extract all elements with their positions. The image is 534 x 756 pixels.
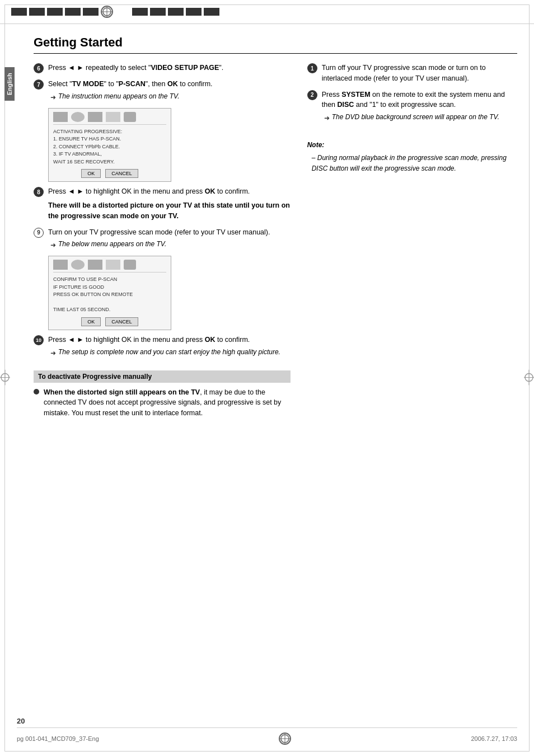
sidebar-language-label: English xyxy=(4,67,15,101)
page-border xyxy=(4,4,530,752)
bottom-bar: pg 001-041_MCD709_37-Eng 2006.7.27, 17:0… xyxy=(17,727,517,745)
right-reg-mark xyxy=(524,369,534,387)
footer-right: 2006.7.27, 17:03 xyxy=(471,735,517,742)
left-reg-mark xyxy=(0,369,10,387)
registration-circle-bottom xyxy=(279,732,291,745)
footer-left: pg 001-041_MCD709_37-Eng xyxy=(17,735,99,742)
page-number: 20 xyxy=(17,717,25,725)
